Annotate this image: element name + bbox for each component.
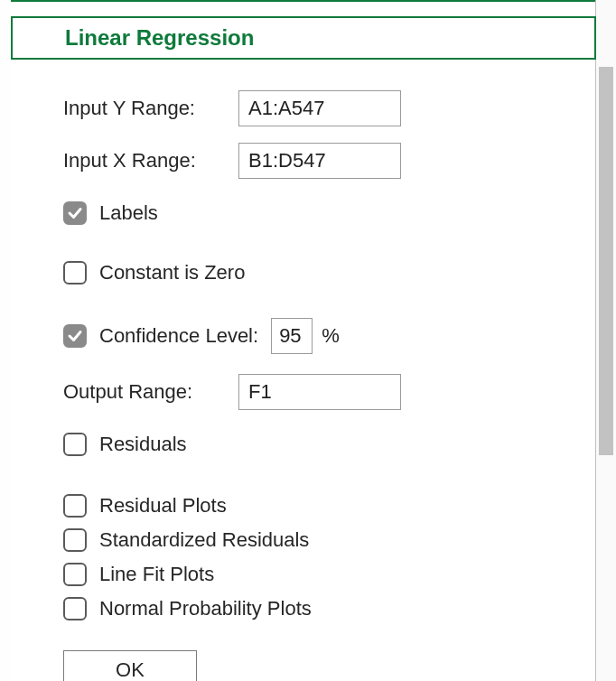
ok-button[interactable]: OK — [63, 650, 197, 681]
residuals-row: Residuals — [63, 426, 569, 462]
section-header: Linear Regression — [11, 16, 596, 60]
constant-zero-checkbox-label: Constant is Zero — [99, 261, 245, 285]
line-fit-plots-checkbox[interactable] — [63, 563, 87, 586]
residuals-checkbox[interactable] — [63, 433, 87, 456]
top-divider — [11, 0, 595, 2]
ok-button-row: OK — [63, 650, 569, 681]
dialog-body: Linear Regression Input Y Range: Input X… — [11, 0, 596, 681]
residuals-checkbox-label: Residuals — [99, 433, 187, 456]
input-x-range-field[interactable] — [238, 143, 401, 179]
form-area: Input Y Range: Input X Range: Labels Con… — [63, 90, 569, 681]
normal-prob-plots-checkbox[interactable] — [63, 597, 87, 620]
labels-checkbox[interactable] — [63, 201, 87, 225]
confidence-level-label: Confidence Level: — [99, 324, 258, 348]
std-residuals-row: Standardized Residuals — [63, 524, 569, 556]
std-residuals-checkbox-label: Standardized Residuals — [99, 528, 309, 552]
input-y-range-label: Input Y Range: — [63, 97, 226, 120]
normal-prob-plots-checkbox-label: Normal Probability Plots — [99, 597, 312, 620]
confidence-level-row: Confidence Level: % — [63, 318, 569, 354]
labels-checkbox-label: Labels — [99, 201, 158, 225]
input-x-range-label: Input X Range: — [63, 149, 226, 173]
constant-zero-row: Constant is Zero — [63, 255, 569, 291]
output-range-field[interactable] — [238, 374, 401, 410]
residual-plots-checkbox-label: Residual Plots — [99, 494, 227, 518]
scrollbar-thumb[interactable] — [599, 67, 613, 455]
residual-plots-checkbox[interactable] — [63, 494, 87, 518]
output-range-row: Output Range: — [63, 374, 569, 410]
confidence-level-unit: % — [322, 324, 340, 348]
line-fit-plots-row: Line Fit Plots — [63, 558, 569, 591]
scrollbar-track[interactable] — [596, 0, 616, 681]
normal-prob-plots-row: Normal Probability Plots — [63, 592, 569, 625]
constant-zero-checkbox[interactable] — [63, 261, 87, 285]
input-y-range-row: Input Y Range: — [63, 90, 569, 126]
labels-row: Labels — [63, 195, 569, 231]
confidence-level-checkbox[interactable] — [63, 324, 87, 348]
check-icon — [67, 205, 83, 221]
line-fit-plots-checkbox-label: Line Fit Plots — [99, 563, 214, 586]
output-range-label: Output Range: — [63, 380, 226, 404]
std-residuals-checkbox[interactable] — [63, 528, 87, 552]
input-x-range-row: Input X Range: — [63, 143, 569, 179]
check-icon — [67, 328, 83, 344]
confidence-level-field[interactable] — [271, 318, 313, 354]
residual-plots-row: Residual Plots — [63, 490, 569, 522]
input-y-range-field[interactable] — [238, 90, 401, 126]
section-title: Linear Regression — [65, 25, 254, 51]
